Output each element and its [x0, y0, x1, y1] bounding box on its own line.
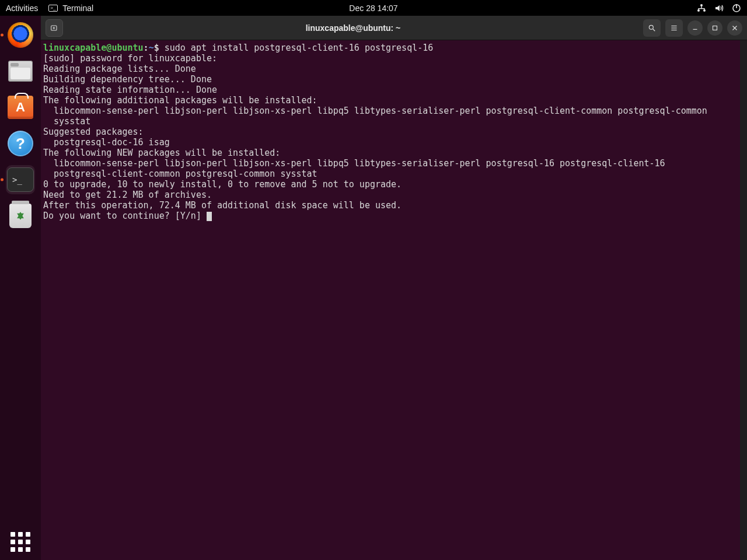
prompt-dollar: $ [154, 43, 165, 53]
search-button[interactable] [643, 19, 661, 37]
gnome-top-bar: Activities Terminal Dec 28 14:07 [0, 0, 747, 16]
svg-rect-5 [698, 8, 699, 10]
svg-rect-16 [713, 26, 717, 30]
prompt-path: ~ [149, 43, 154, 53]
app-menu[interactable]: Terminal [48, 4, 93, 13]
prompt-sep: : [144, 43, 149, 53]
terminal-icon: >_ [7, 167, 34, 192]
files-icon [8, 61, 33, 82]
terminal-window: linuxcapable@ubuntu: ~ linuxcapable@ubun… [41, 16, 747, 560]
new-tab-button[interactable] [46, 19, 63, 37]
volume-icon[interactable] [714, 4, 724, 13]
svg-rect-6 [704, 8, 704, 10]
window-titlebar[interactable]: linuxcapable@ubuntu: ~ [41, 16, 747, 40]
ubuntu-dock: A ? >_ [0, 16, 41, 560]
window-title: linuxcapable@ubuntu: ~ [306, 23, 401, 33]
svg-point-10 [649, 25, 653, 29]
dock-files[interactable] [6, 57, 35, 86]
output-lines: [sudo] password for linuxcapable: Readin… [43, 53, 707, 221]
trash-icon [9, 204, 32, 228]
dock-trash[interactable] [6, 201, 35, 230]
svg-rect-4 [699, 8, 704, 9]
dock-firefox[interactable] [6, 20, 35, 50]
clock[interactable]: Dec 28 14:07 [349, 4, 397, 13]
minimize-button[interactable] [687, 20, 703, 36]
prompt-user: linuxcapable@ubuntu [43, 43, 144, 53]
close-button[interactable] [727, 20, 742, 36]
show-applications-button[interactable] [11, 532, 30, 552]
activities-button[interactable]: Activities [6, 4, 38, 13]
svg-rect-3 [701, 6, 701, 8]
maximize-button[interactable] [707, 20, 722, 36]
help-icon: ? [8, 131, 33, 156]
scrollbar[interactable] [740, 40, 747, 560]
dock-software[interactable]: A [6, 93, 35, 122]
dock-help[interactable]: ? [6, 129, 35, 158]
terminal-small-icon [48, 5, 58, 12]
network-icon[interactable] [697, 4, 706, 13]
cursor [207, 212, 212, 221]
power-icon[interactable] [732, 4, 741, 13]
dock-terminal[interactable]: >_ [6, 165, 35, 194]
app-menu-label: Terminal [62, 4, 93, 13]
command-text: sudo apt install postgresql-client-16 po… [165, 43, 434, 53]
hamburger-menu-button[interactable] [665, 19, 683, 37]
firefox-icon [8, 22, 33, 48]
svg-line-11 [653, 29, 655, 31]
software-icon: A [8, 96, 33, 119]
svg-rect-8 [736, 4, 737, 8]
terminal-output[interactable]: linuxcapable@ubuntu:~$ sudo apt install … [41, 40, 747, 560]
